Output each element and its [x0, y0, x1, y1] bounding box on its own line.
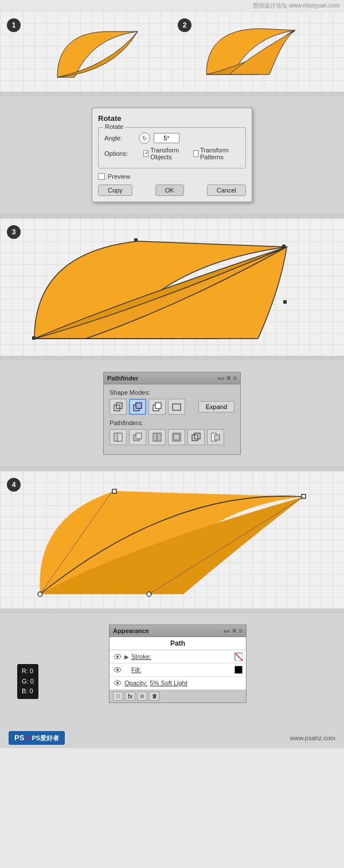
- section-shapes-1-2: 1 2: [0, 11, 344, 92]
- pf-btn3[interactable]: [148, 429, 166, 445]
- pf-crop-icon: [171, 432, 182, 442]
- subtract-icon: [171, 402, 182, 412]
- ap-opacity-row: Opacity: 5% Soft Light: [110, 677, 246, 690]
- pf-btn2[interactable]: [129, 429, 146, 445]
- svg-rect-1: [282, 245, 286, 248]
- copy-button[interactable]: Copy: [98, 184, 132, 196]
- pf-btn6[interactable]: [207, 429, 224, 445]
- ap-delete-btn[interactable]: 🗑: [149, 692, 159, 701]
- stroke-color-box[interactable]: [234, 653, 243, 661]
- watermark-text: 思综设计论坛 www.missyuan.com: [253, 2, 339, 9]
- transform-patterns-label: Transform Patterns: [200, 147, 240, 160]
- shape-1-svg: [40, 20, 143, 83]
- ap-arrow-stroke: ▶: [124, 654, 129, 660]
- ap-eye-fill[interactable]: [113, 665, 122, 674]
- section-shape-4: 4: [0, 471, 344, 608]
- ap-eye-stroke[interactable]: [113, 652, 122, 661]
- shape-modes-buttons: Expand: [110, 399, 234, 415]
- ap-opacity-label[interactable]: Opacity:: [124, 680, 147, 686]
- pf-title: Pathfinder: [107, 375, 138, 382]
- pf-controls: «« ✕ ≡: [218, 374, 237, 382]
- ok-button[interactable]: OK: [155, 184, 184, 196]
- ap-opacity-value[interactable]: 5% Soft Light: [150, 680, 187, 686]
- pf-menu-icon[interactable]: ≡: [233, 374, 237, 382]
- subtract-btn[interactable]: [168, 399, 185, 415]
- rotate-group-label: Rotate: [103, 123, 125, 130]
- angle-input[interactable]: [154, 133, 179, 143]
- pf-btn4[interactable]: [168, 429, 185, 445]
- unite-btn[interactable]: [110, 399, 127, 415]
- preview-cb[interactable]: [98, 173, 105, 180]
- expand-button[interactable]: Expand: [198, 401, 234, 413]
- ap-menu-icon[interactable]: ≡: [239, 627, 243, 635]
- bottom-love-text: ♥: [26, 735, 30, 741]
- ap-copy-btn[interactable]: ⊙: [137, 692, 147, 701]
- transform-objects-label: Transform Objects: [150, 147, 188, 160]
- bottom-url: www.psahz.com: [290, 735, 335, 741]
- bottom-ps-text: PS: [14, 733, 24, 742]
- cancel-button[interactable]: Cancel: [207, 184, 246, 196]
- step1-number: 1: [7, 18, 21, 32]
- preview-row[interactable]: Preview: [98, 173, 246, 180]
- bottom-lover-text: PS爱好者: [32, 735, 60, 741]
- svg-rect-7: [136, 403, 142, 409]
- ap-fill-label[interactable]: Fill:: [131, 666, 232, 673]
- svg-rect-19: [192, 435, 198, 441]
- rotate-dialog-section: Rotate Rotate Angle: ↻ Options: Transfor…: [0, 96, 344, 214]
- ap-add-btn[interactable]: □: [113, 692, 123, 701]
- ap-collapse-icon[interactable]: ««: [224, 628, 230, 634]
- ap-fill-row: ▶ Fill:: [110, 663, 246, 677]
- svg-rect-2: [283, 300, 287, 304]
- pathfinder-section: Pathfinder «« ✕ ≡ Shape Modes:: [0, 360, 344, 466]
- pf-close-icon[interactable]: ✕: [226, 375, 231, 382]
- dialog-buttons: Copy OK Cancel: [98, 184, 246, 196]
- shape-modes-label: Shape Modes:: [110, 389, 234, 396]
- shape-1-container: [11, 20, 172, 83]
- pf-minus-icon: [210, 432, 221, 442]
- fill-color-box[interactable]: [234, 666, 243, 674]
- pf-btn1[interactable]: [110, 429, 127, 445]
- pf-btn5[interactable]: [187, 429, 205, 445]
- svg-rect-14: [136, 433, 142, 439]
- section-shape-3: 3: [0, 218, 344, 356]
- pf-titlebar: Pathfinder «« ✕ ≡: [104, 372, 240, 384]
- pf-divide-icon: [113, 432, 123, 442]
- appearance-panel: Appearance «« ✕ ≡ Path ▶ Stroke:: [109, 625, 247, 703]
- ap-eye-opacity[interactable]: [113, 678, 122, 688]
- pathfinders-label: Pathfinders:: [110, 419, 234, 426]
- shape-2-svg: [195, 20, 310, 83]
- pf-collapse-icon[interactable]: ««: [218, 375, 224, 382]
- bottom-left-logo: PS ♥ PS爱好者: [9, 731, 65, 745]
- svg-rect-0: [134, 238, 138, 242]
- rotate-group: Rotate Angle: ↻ Options: Transform Objec…: [98, 127, 246, 168]
- svg-point-34: [116, 669, 119, 671]
- options-row: Options: Transform Objects Transform Pat…: [104, 147, 240, 160]
- pathfinder-panel: Pathfinder «« ✕ ≡ Shape Modes:: [103, 372, 241, 455]
- exclude-icon: [152, 402, 162, 412]
- ap-close-icon[interactable]: ✕: [232, 627, 237, 635]
- svg-rect-18: [174, 434, 179, 440]
- ap-fx-btn[interactable]: fx: [125, 692, 135, 701]
- bottom-bar: PS ♥ PS爱好者 www.psahz.com: [0, 728, 344, 748]
- pathfinders-buttons: [110, 429, 234, 445]
- rgb-badge: R: 0 G: 0 B: 0: [17, 664, 38, 699]
- svg-rect-12: [118, 433, 122, 441]
- rotate-icon-circle: ↻: [139, 132, 150, 144]
- rotate-dialog: Rotate Rotate Angle: ↻ Options: Transfor…: [92, 108, 252, 202]
- ap-titlebar: Appearance «« ✕ ≡: [110, 625, 246, 637]
- angle-label: Angle:: [104, 135, 139, 142]
- ap-stroke-label[interactable]: Stroke:: [131, 653, 232, 660]
- eye-icon-fill: [114, 667, 122, 673]
- svg-rect-3: [32, 336, 36, 340]
- transform-patterns-cb[interactable]: Transform Patterns: [193, 147, 240, 160]
- transform-objects-cb[interactable]: Transform Objects: [143, 147, 189, 160]
- eye-icon-opacity: [114, 680, 122, 686]
- exclude-btn[interactable]: [148, 399, 166, 415]
- ap-path-label-row: Path: [110, 637, 246, 650]
- ap-title: Appearance: [113, 627, 149, 634]
- shape-4-svg: [0, 471, 344, 608]
- pf-outline-icon: [191, 432, 201, 442]
- intersect-btn[interactable]: [129, 399, 146, 415]
- svg-rect-22: [214, 435, 220, 440]
- svg-rect-10: [173, 404, 181, 410]
